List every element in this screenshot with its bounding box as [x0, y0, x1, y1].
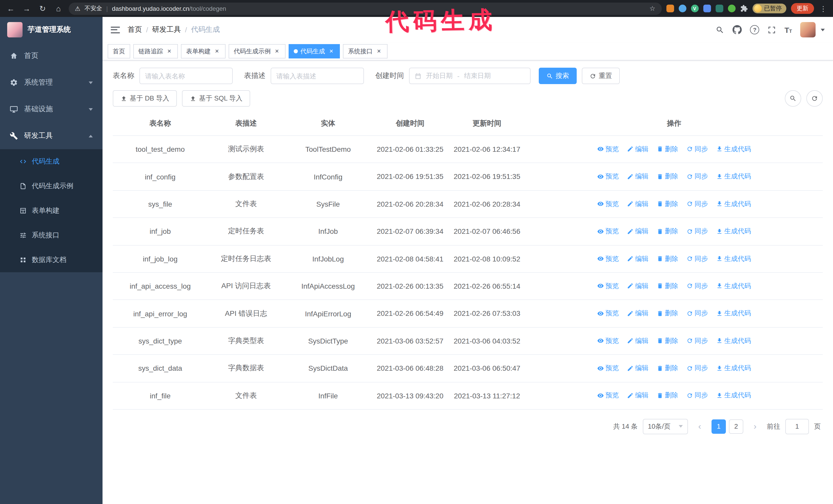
- delete-link[interactable]: 删除: [657, 363, 678, 373]
- sidebar-item-home[interactable]: 首页: [0, 43, 102, 69]
- browser-update-button[interactable]: 更新: [791, 3, 814, 14]
- edit-link[interactable]: 编辑: [627, 172, 648, 181]
- vue-devtools-icon[interactable]: V: [691, 5, 698, 12]
- search-button[interactable]: 搜索: [539, 68, 577, 84]
- breadcrumb-devtools[interactable]: 研发工具: [152, 25, 181, 34]
- sync-link[interactable]: 同步: [686, 282, 708, 291]
- table-desc-input[interactable]: [271, 68, 364, 84]
- delete-link[interactable]: 删除: [657, 391, 678, 400]
- edit-link[interactable]: 编辑: [627, 254, 648, 263]
- edit-link[interactable]: 编辑: [627, 391, 648, 400]
- delete-link[interactable]: 删除: [657, 145, 678, 154]
- preview-link[interactable]: 预览: [597, 172, 619, 181]
- edit-link[interactable]: 编辑: [627, 309, 648, 318]
- generate-link[interactable]: 生成代码: [716, 309, 751, 318]
- generate-link[interactable]: 生成代码: [716, 391, 751, 400]
- sync-link[interactable]: 同步: [686, 199, 708, 209]
- prev-page-button[interactable]: ‹: [693, 419, 706, 434]
- font-size-icon[interactable]: TT: [785, 26, 792, 33]
- generate-link[interactable]: 生成代码: [716, 226, 751, 236]
- edit-link[interactable]: 编辑: [627, 363, 648, 373]
- browser-menu-icon[interactable]: ⋮: [819, 4, 828, 13]
- import-sql-button[interactable]: 基于 SQL 导入: [182, 90, 251, 106]
- sidebar-item-form-builder[interactable]: 表单构建: [0, 198, 102, 223]
- address-bar[interactable]: ⚠ 不安全 | dashboard.yudao.iocoder.cn/tool/…: [69, 2, 662, 15]
- delete-link[interactable]: 删除: [657, 309, 678, 318]
- preview-link[interactable]: 预览: [597, 145, 619, 154]
- breadcrumb-home[interactable]: 首页: [128, 25, 142, 34]
- edit-link[interactable]: 编辑: [627, 282, 648, 291]
- chevron-down-icon[interactable]: [821, 28, 825, 31]
- sync-link[interactable]: 同步: [686, 336, 708, 345]
- edit-link[interactable]: 编辑: [627, 199, 648, 209]
- github-icon[interactable]: [733, 25, 742, 34]
- tab-close-icon[interactable]: ×: [375, 48, 382, 55]
- delete-link[interactable]: 删除: [657, 172, 678, 181]
- date-range-picker[interactable]: 开始日期 - 结束日期: [409, 68, 530, 84]
- generate-link[interactable]: 生成代码: [716, 199, 751, 209]
- preview-link[interactable]: 预览: [597, 309, 619, 318]
- tab-close-icon[interactable]: ×: [213, 48, 220, 55]
- extension-icon-4[interactable]: [703, 5, 711, 12]
- sidebar-item-codegen-example[interactable]: 代码生成示例: [0, 174, 102, 198]
- extension-icon-1[interactable]: [666, 5, 674, 12]
- sidebar-item-system[interactable]: 系统管理: [0, 69, 102, 96]
- preview-link[interactable]: 预览: [597, 391, 619, 400]
- sync-link[interactable]: 同步: [686, 254, 708, 263]
- sidebar-item-codegen[interactable]: 代码生成: [0, 149, 102, 174]
- tab-item[interactable]: 系统接口×: [343, 44, 387, 58]
- generate-link[interactable]: 生成代码: [716, 172, 751, 181]
- edit-link[interactable]: 编辑: [627, 145, 648, 154]
- forward-icon[interactable]: →: [21, 4, 32, 13]
- next-page-button[interactable]: ›: [748, 419, 762, 434]
- user-avatar[interactable]: [800, 22, 815, 38]
- extension-icon-6[interactable]: [728, 5, 735, 12]
- preview-link[interactable]: 预览: [597, 336, 619, 345]
- page-size-select[interactable]: 10条/页: [643, 419, 688, 434]
- delete-link[interactable]: 删除: [657, 336, 678, 345]
- help-icon[interactable]: ?: [750, 25, 759, 34]
- home-icon[interactable]: ⌂: [53, 4, 64, 13]
- edit-link[interactable]: 编辑: [627, 226, 648, 236]
- sidebar-item-db-docs[interactable]: 数据库文档: [0, 248, 102, 272]
- tab-item[interactable]: 链路追踪×: [133, 44, 178, 58]
- sync-link[interactable]: 同步: [686, 363, 708, 373]
- toggle-search-button[interactable]: [785, 90, 801, 106]
- sidebar-item-infra[interactable]: 基础设施: [0, 96, 102, 123]
- tab-close-icon[interactable]: ×: [328, 48, 335, 55]
- import-db-button[interactable]: 基于 DB 导入: [113, 90, 177, 106]
- delete-link[interactable]: 删除: [657, 282, 678, 291]
- sidebar-item-system-api[interactable]: 系统接口: [0, 223, 102, 248]
- delete-link[interactable]: 删除: [657, 254, 678, 263]
- app-logo[interactable]: 芋道管理系统: [0, 17, 102, 43]
- generate-link[interactable]: 生成代码: [716, 363, 751, 373]
- puzzle-extensions-icon[interactable]: [740, 5, 748, 12]
- profile-paused-badge[interactable]: 已暂停: [752, 4, 786, 13]
- tab-item[interactable]: 代码生成示例×: [229, 44, 286, 58]
- generate-link[interactable]: 生成代码: [716, 145, 751, 154]
- edit-link[interactable]: 编辑: [627, 336, 648, 345]
- sync-link[interactable]: 同步: [686, 172, 708, 181]
- extension-icon-5[interactable]: [715, 5, 723, 12]
- preview-link[interactable]: 预览: [597, 282, 619, 291]
- reset-button[interactable]: 重置: [582, 68, 620, 84]
- sync-link[interactable]: 同步: [686, 391, 708, 400]
- page-button-2[interactable]: 2: [729, 419, 743, 434]
- extension-icon-2[interactable]: [679, 5, 686, 12]
- generate-link[interactable]: 生成代码: [716, 254, 751, 263]
- hamburger-icon[interactable]: [111, 26, 120, 33]
- generate-link[interactable]: 生成代码: [716, 336, 751, 345]
- fullscreen-icon[interactable]: [768, 25, 776, 34]
- search-icon[interactable]: [716, 25, 724, 34]
- tab-close-icon[interactable]: ×: [166, 48, 173, 55]
- preview-link[interactable]: 预览: [597, 226, 619, 236]
- goto-page-input[interactable]: [785, 419, 809, 434]
- preview-link[interactable]: 预览: [597, 363, 619, 373]
- sidebar-item-devtools[interactable]: 研发工具: [0, 123, 102, 149]
- sync-link[interactable]: 同步: [686, 226, 708, 236]
- sync-link[interactable]: 同步: [686, 145, 708, 154]
- preview-link[interactable]: 预览: [597, 199, 619, 209]
- tab-item[interactable]: 代码生成×: [289, 44, 340, 58]
- page-button-1[interactable]: 1: [712, 419, 726, 434]
- delete-link[interactable]: 删除: [657, 226, 678, 236]
